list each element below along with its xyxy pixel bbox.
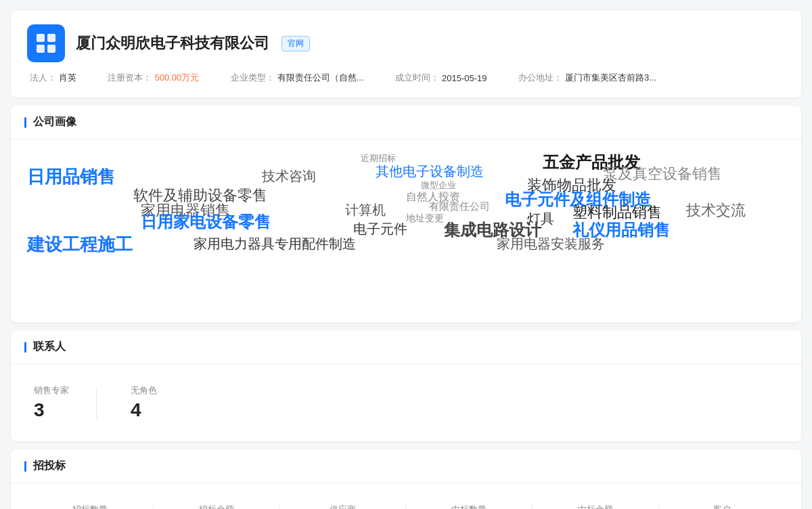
bid-stat-block: 中标数量0次 xyxy=(406,504,532,509)
bid-stat-label: 客户 xyxy=(713,504,731,509)
meta-sep-4 xyxy=(497,73,507,83)
contact-stats: 销售专家3无角色4 xyxy=(27,378,785,428)
company-title-row: 厦门众明欣电子科技有限公司 官网 xyxy=(27,24,785,62)
word-cloud-word: 计算机 xyxy=(345,202,386,218)
word-cloud-word: 塑料制品销售 xyxy=(572,204,662,221)
portrait-body: 近期招标日用品销售技术咨询其他电子设备制造五金产品批发泵及真空设备销售微型企业装… xyxy=(11,139,801,322)
registered-capital-label: 注册资本： xyxy=(108,72,152,84)
word-cloud-word: 微型企业 xyxy=(421,180,456,191)
bid-stat-block: 中标金额-元 xyxy=(533,504,658,509)
bid-section: 招投标 招标数量2次招标金额-元供应商0家中标数量0次中标金额-元客户0家 xyxy=(11,449,801,509)
contact-body: 销售专家3无角色4 xyxy=(11,364,801,441)
company-type-value: 有限责任公司（自然... xyxy=(277,72,364,84)
portrait-section: 公司画像 近期招标日用品销售技术咨询其他电子设备制造五金产品批发泵及真空设备销售… xyxy=(11,106,801,322)
contact-section: 联系人 销售专家3无角色4 xyxy=(11,330,801,441)
established-label: 成立时间： xyxy=(395,72,439,84)
portrait-title-bar xyxy=(24,117,26,128)
bid-stat-label: 中标金额 xyxy=(578,504,613,509)
word-cloud-word: 技术咨询 xyxy=(262,168,316,184)
bid-stat-label: 招标金额 xyxy=(199,504,234,509)
word-cloud-word: 家用电力器具专用配件制造 xyxy=(194,236,356,252)
word-cloud-word: 泵及真空设备销售 xyxy=(603,165,722,183)
word-cloud-word: 地址变更 xyxy=(406,213,444,224)
established-value: 2015-05-19 xyxy=(442,73,487,83)
word-cloud-word: 日用家电设备零售 xyxy=(141,213,271,232)
contact-stat-label: 无角色 xyxy=(131,384,157,397)
bid-title: 招投标 xyxy=(33,459,66,473)
meta-sep-2 xyxy=(210,73,219,83)
bid-stat-block: 招标数量2次 xyxy=(27,504,153,509)
contact-stat-number: 4 xyxy=(131,399,157,421)
svg-rect-0 xyxy=(37,34,45,42)
word-cloud-word: 技术交流 xyxy=(686,202,746,219)
word-cloud-word: 电子元件 xyxy=(353,221,407,237)
bid-stat-label: 招标数量 xyxy=(72,504,108,509)
svg-rect-3 xyxy=(47,45,55,53)
bid-stat-block: 招标金额-元 xyxy=(154,504,279,509)
bid-stat-block: 客户0家 xyxy=(659,504,785,509)
word-cloud: 近期招标日用品销售技术咨询其他电子设备制造五金产品批发泵及真空设备销售微型企业装… xyxy=(27,153,785,309)
contact-stat-block: 无角色4 xyxy=(124,384,184,421)
legal-person-label: 法人： xyxy=(30,72,56,84)
company-meta: 法人： 肖英 注册资本： 500.00万元 企业类型： 有限责任公司（自然...… xyxy=(27,72,785,84)
bid-stats: 招标数量2次招标金额-元供应商0家中标数量0次中标金额-元客户0家 xyxy=(27,497,785,509)
contact-stat-block: 销售专家3 xyxy=(27,384,96,421)
meta-sep-3 xyxy=(375,73,384,83)
contact-stat-number: 3 xyxy=(34,399,69,421)
word-cloud-word: 近期招标 xyxy=(361,153,396,164)
svg-rect-2 xyxy=(37,45,45,53)
portrait-section-header: 公司画像 xyxy=(11,106,801,139)
contact-title: 联系人 xyxy=(33,340,66,354)
word-cloud-word: 建设工程施工 xyxy=(27,234,133,255)
address-label: 办公地址： xyxy=(518,72,562,84)
address-value: 厦门市集美区杏前路3... xyxy=(565,72,656,84)
word-cloud-word: 有限责任公司 xyxy=(429,200,490,213)
company-name: 厦门众明欣电子科技有限公司 xyxy=(76,33,269,53)
company-logo xyxy=(27,24,65,62)
meta-sep-1 xyxy=(87,73,97,83)
word-cloud-word: 日用品销售 xyxy=(27,167,115,187)
registered-capital-value: 500.00万元 xyxy=(154,72,199,84)
bid-section-header: 招投标 xyxy=(11,449,801,483)
bid-stat-label: 中标数量 xyxy=(451,504,487,509)
word-cloud-word: 其他电子设备制造 xyxy=(376,163,484,179)
bid-title-bar xyxy=(24,461,26,472)
contact-title-bar xyxy=(24,342,26,353)
official-badge[interactable]: 官网 xyxy=(281,36,310,51)
bid-body: 招标数量2次招标金额-元供应商0家中标数量0次中标金额-元客户0家 xyxy=(11,483,801,509)
company-type-label: 企业类型： xyxy=(231,72,275,84)
contact-stat-separator xyxy=(96,386,97,419)
word-cloud-word: 家用电器安装服务 xyxy=(497,236,605,252)
bid-stat-block: 供应商0家 xyxy=(280,504,406,509)
svg-rect-1 xyxy=(47,34,55,42)
portrait-title: 公司画像 xyxy=(33,115,76,129)
company-header: 厦门众明欣电子科技有限公司 官网 法人： 肖英 注册资本： 500.00万元 企… xyxy=(11,11,801,97)
contact-stat-label: 销售专家 xyxy=(34,384,69,397)
legal-person-value: 肖英 xyxy=(59,72,76,84)
contact-section-header: 联系人 xyxy=(11,330,801,364)
bid-stat-label: 供应商 xyxy=(330,504,356,509)
